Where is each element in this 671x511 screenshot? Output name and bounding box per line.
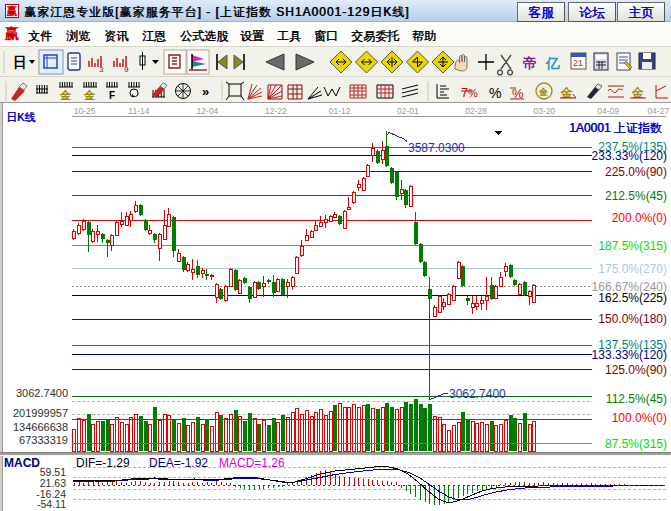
svg-text:日K线: 日K线: [6, 111, 35, 123]
svg-text:233.33%(120): 233.33%(120): [592, 149, 667, 163]
svg-text:133.33%(120): 133.33%(120): [592, 348, 667, 362]
svg-text:-54.11: -54.11: [37, 498, 66, 510]
svg-text:21: 21: [573, 58, 583, 68]
svg-text:MACD: MACD: [4, 456, 40, 470]
svg-text:175.0%(270): 175.0%(270): [598, 262, 667, 276]
svg-text:03-20: 03-20: [534, 106, 556, 116]
svg-text:金: 金: [83, 89, 96, 101]
svg-text:67333319: 67333319: [19, 434, 68, 446]
svg-text:134666638: 134666638: [13, 421, 68, 433]
svg-text:01-12: 01-12: [329, 106, 351, 116]
svg-text:187.5%(315): 187.5%(315): [598, 239, 667, 253]
svg-text:02-28: 02-28: [465, 106, 487, 116]
svg-text:9: 9: [124, 65, 129, 74]
svg-text:3: 3: [99, 65, 104, 74]
svg-text:04-09: 04-09: [597, 106, 619, 116]
svg-text:11-14: 11-14: [128, 106, 149, 116]
svg-text:3587.0300: 3587.0300: [408, 141, 465, 155]
svg-text:201999957: 201999957: [13, 407, 68, 419]
svg-text:212.5%(45): 212.5%(45): [605, 189, 667, 203]
svg-text:112.5%(45): 112.5%(45): [606, 392, 667, 406]
svg-text:金: 金: [538, 87, 549, 97]
svg-text:3062.7400: 3062.7400: [16, 387, 68, 399]
svg-text:100.0%(0): 100.0%(0): [612, 411, 667, 425]
svg-text:10-25: 10-25: [74, 106, 96, 116]
svg-text:F: F: [109, 90, 115, 101]
svg-text:125.0%(90): 125.0%(90): [605, 363, 667, 377]
svg-text:02-01: 02-01: [397, 106, 419, 116]
svg-text:»: »: [202, 84, 209, 99]
svg-text:04-27: 04-27: [647, 106, 669, 116]
svg-text:%: %: [468, 87, 478, 99]
svg-text:金: 金: [59, 89, 72, 101]
svg-text:日: 日: [13, 54, 27, 70]
svg-text:亿: 亿: [545, 55, 560, 71]
svg-text:12-04: 12-04: [197, 106, 219, 116]
svg-text:200.0%(0): 200.0%(0): [612, 211, 667, 225]
svg-text:150.0%(180): 150.0%(180): [598, 312, 667, 326]
svg-text:12-22: 12-22: [265, 106, 287, 116]
svg-text:225.0%(90): 225.0%(90): [605, 165, 667, 179]
svg-text:%: %: [489, 85, 501, 101]
svg-text:3062.7400: 3062.7400: [449, 387, 506, 401]
svg-text:87.5%(315): 87.5%(315): [605, 437, 667, 451]
svg-text:162.5%(225): 162.5%(225): [598, 291, 667, 305]
svg-text:帝: 帝: [522, 55, 537, 71]
svg-text:1A0001 上证指数: 1A0001 上证指数: [569, 121, 662, 135]
